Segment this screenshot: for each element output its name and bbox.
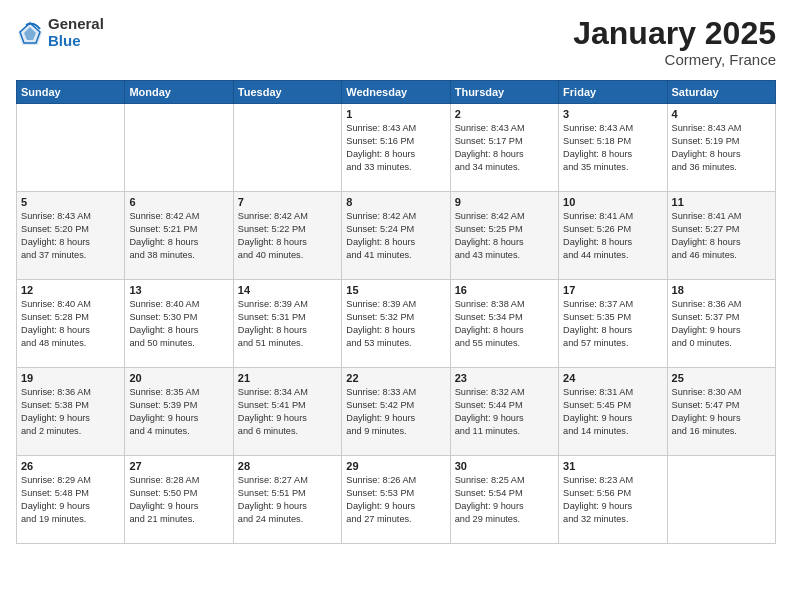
day-info: Sunrise: 8:43 AM Sunset: 5:17 PM Dayligh… [455,122,554,174]
calendar-cell: 26Sunrise: 8:29 AM Sunset: 5:48 PM Dayli… [17,456,125,544]
day-info: Sunrise: 8:42 AM Sunset: 5:21 PM Dayligh… [129,210,228,262]
day-number: 4 [672,108,771,120]
day-number: 30 [455,460,554,472]
calendar-week-3: 12Sunrise: 8:40 AM Sunset: 5:28 PM Dayli… [17,280,776,368]
calendar-cell: 30Sunrise: 8:25 AM Sunset: 5:54 PM Dayli… [450,456,558,544]
day-number: 28 [238,460,337,472]
day-number: 31 [563,460,662,472]
day-info: Sunrise: 8:26 AM Sunset: 5:53 PM Dayligh… [346,474,445,526]
day-number: 15 [346,284,445,296]
calendar-cell: 24Sunrise: 8:31 AM Sunset: 5:45 PM Dayli… [559,368,667,456]
day-info: Sunrise: 8:31 AM Sunset: 5:45 PM Dayligh… [563,386,662,438]
col-saturday: Saturday [667,81,775,104]
calendar-cell: 17Sunrise: 8:37 AM Sunset: 5:35 PM Dayli… [559,280,667,368]
day-info: Sunrise: 8:43 AM Sunset: 5:19 PM Dayligh… [672,122,771,174]
day-number: 25 [672,372,771,384]
day-number: 22 [346,372,445,384]
day-number: 21 [238,372,337,384]
day-number: 3 [563,108,662,120]
day-info: Sunrise: 8:38 AM Sunset: 5:34 PM Dayligh… [455,298,554,350]
calendar-cell [125,104,233,192]
calendar-cell: 19Sunrise: 8:36 AM Sunset: 5:38 PM Dayli… [17,368,125,456]
calendar-cell: 4Sunrise: 8:43 AM Sunset: 5:19 PM Daylig… [667,104,775,192]
day-number: 17 [563,284,662,296]
calendar-title: January 2025 [573,16,776,51]
day-info: Sunrise: 8:39 AM Sunset: 5:32 PM Dayligh… [346,298,445,350]
calendar-week-5: 26Sunrise: 8:29 AM Sunset: 5:48 PM Dayli… [17,456,776,544]
calendar-cell: 9Sunrise: 8:42 AM Sunset: 5:25 PM Daylig… [450,192,558,280]
day-info: Sunrise: 8:23 AM Sunset: 5:56 PM Dayligh… [563,474,662,526]
day-info: Sunrise: 8:36 AM Sunset: 5:38 PM Dayligh… [21,386,120,438]
calendar-cell: 8Sunrise: 8:42 AM Sunset: 5:24 PM Daylig… [342,192,450,280]
calendar-cell [17,104,125,192]
calendar-subtitle: Cormery, France [573,51,776,68]
calendar-week-1: 1Sunrise: 8:43 AM Sunset: 5:16 PM Daylig… [17,104,776,192]
calendar-cell: 25Sunrise: 8:30 AM Sunset: 5:47 PM Dayli… [667,368,775,456]
header: General Blue January 2025 Cormery, Franc… [16,16,776,68]
page: General Blue January 2025 Cormery, Franc… [0,0,792,612]
calendar-cell: 18Sunrise: 8:36 AM Sunset: 5:37 PM Dayli… [667,280,775,368]
day-number: 11 [672,196,771,208]
day-info: Sunrise: 8:37 AM Sunset: 5:35 PM Dayligh… [563,298,662,350]
day-number: 10 [563,196,662,208]
col-friday: Friday [559,81,667,104]
day-number: 9 [455,196,554,208]
day-number: 7 [238,196,337,208]
day-number: 8 [346,196,445,208]
col-wednesday: Wednesday [342,81,450,104]
logo-text: General Blue [48,16,104,49]
col-tuesday: Tuesday [233,81,341,104]
day-info: Sunrise: 8:27 AM Sunset: 5:51 PM Dayligh… [238,474,337,526]
logo-icon [16,19,44,47]
day-number: 1 [346,108,445,120]
day-number: 12 [21,284,120,296]
day-info: Sunrise: 8:43 AM Sunset: 5:16 PM Dayligh… [346,122,445,174]
day-number: 27 [129,460,228,472]
calendar-cell: 10Sunrise: 8:41 AM Sunset: 5:26 PM Dayli… [559,192,667,280]
day-info: Sunrise: 8:43 AM Sunset: 5:20 PM Dayligh… [21,210,120,262]
day-info: Sunrise: 8:36 AM Sunset: 5:37 PM Dayligh… [672,298,771,350]
day-number: 16 [455,284,554,296]
day-number: 29 [346,460,445,472]
calendar-cell: 27Sunrise: 8:28 AM Sunset: 5:50 PM Dayli… [125,456,233,544]
calendar-cell: 7Sunrise: 8:42 AM Sunset: 5:22 PM Daylig… [233,192,341,280]
day-number: 19 [21,372,120,384]
calendar-cell: 23Sunrise: 8:32 AM Sunset: 5:44 PM Dayli… [450,368,558,456]
calendar-cell: 14Sunrise: 8:39 AM Sunset: 5:31 PM Dayli… [233,280,341,368]
day-number: 5 [21,196,120,208]
logo: General Blue [16,16,104,49]
day-info: Sunrise: 8:42 AM Sunset: 5:24 PM Dayligh… [346,210,445,262]
calendar-cell: 15Sunrise: 8:39 AM Sunset: 5:32 PM Dayli… [342,280,450,368]
day-number: 18 [672,284,771,296]
col-monday: Monday [125,81,233,104]
day-info: Sunrise: 8:28 AM Sunset: 5:50 PM Dayligh… [129,474,228,526]
day-info: Sunrise: 8:32 AM Sunset: 5:44 PM Dayligh… [455,386,554,438]
day-number: 2 [455,108,554,120]
title-block: January 2025 Cormery, France [573,16,776,68]
day-number: 6 [129,196,228,208]
calendar-cell [667,456,775,544]
calendar-week-2: 5Sunrise: 8:43 AM Sunset: 5:20 PM Daylig… [17,192,776,280]
day-info: Sunrise: 8:43 AM Sunset: 5:18 PM Dayligh… [563,122,662,174]
calendar-table: Sunday Monday Tuesday Wednesday Thursday… [16,80,776,544]
day-info: Sunrise: 8:42 AM Sunset: 5:25 PM Dayligh… [455,210,554,262]
col-sunday: Sunday [17,81,125,104]
day-info: Sunrise: 8:25 AM Sunset: 5:54 PM Dayligh… [455,474,554,526]
calendar-header-row: Sunday Monday Tuesday Wednesday Thursday… [17,81,776,104]
calendar-cell: 16Sunrise: 8:38 AM Sunset: 5:34 PM Dayli… [450,280,558,368]
day-number: 26 [21,460,120,472]
calendar-cell: 12Sunrise: 8:40 AM Sunset: 5:28 PM Dayli… [17,280,125,368]
day-info: Sunrise: 8:33 AM Sunset: 5:42 PM Dayligh… [346,386,445,438]
calendar-cell: 28Sunrise: 8:27 AM Sunset: 5:51 PM Dayli… [233,456,341,544]
day-info: Sunrise: 8:29 AM Sunset: 5:48 PM Dayligh… [21,474,120,526]
calendar-cell: 29Sunrise: 8:26 AM Sunset: 5:53 PM Dayli… [342,456,450,544]
calendar-cell: 31Sunrise: 8:23 AM Sunset: 5:56 PM Dayli… [559,456,667,544]
day-info: Sunrise: 8:30 AM Sunset: 5:47 PM Dayligh… [672,386,771,438]
calendar-cell: 11Sunrise: 8:41 AM Sunset: 5:27 PM Dayli… [667,192,775,280]
day-number: 24 [563,372,662,384]
day-info: Sunrise: 8:35 AM Sunset: 5:39 PM Dayligh… [129,386,228,438]
calendar-cell: 13Sunrise: 8:40 AM Sunset: 5:30 PM Dayli… [125,280,233,368]
calendar-cell: 21Sunrise: 8:34 AM Sunset: 5:41 PM Dayli… [233,368,341,456]
day-info: Sunrise: 8:40 AM Sunset: 5:30 PM Dayligh… [129,298,228,350]
calendar-cell: 22Sunrise: 8:33 AM Sunset: 5:42 PM Dayli… [342,368,450,456]
